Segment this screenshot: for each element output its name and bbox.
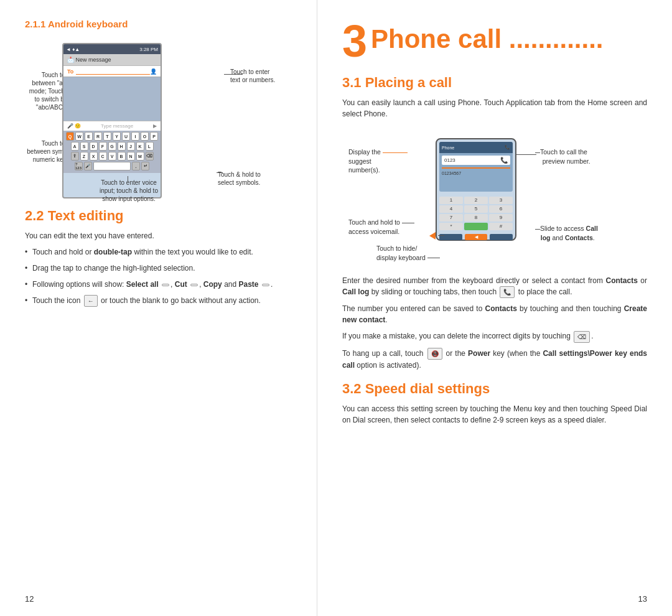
label-slide-access: Slide to access Call log and Contacts. (535, 224, 598, 242)
keyboard-area: Touch to switchbetween "abc/Abc"mode; To… (25, 37, 298, 198)
bullet-1: Touch and hold or double-tap within the … (25, 246, 298, 258)
key-call (464, 223, 488, 230)
key-b: B (118, 152, 126, 161)
line-touch-call (516, 154, 536, 155)
diagram-suggest-number: 01234567 (439, 170, 513, 177)
key-8: 8 (464, 214, 488, 222)
phone-body (63, 77, 161, 121)
cut-btn (190, 284, 198, 286)
select-all-btn (162, 284, 169, 286)
key-mic: 🎤 (84, 162, 92, 170)
diagram-suggest-line (442, 167, 510, 169)
key-j: J (127, 142, 135, 151)
text-editing-intro: You can edit the text you have entered. (25, 230, 298, 241)
key-t: T (103, 132, 111, 141)
key-w: W (75, 132, 83, 141)
placing-body4: To hang up a call, touch 📵 or the Power … (342, 348, 647, 371)
bullet-3: Following options will show: Select all … (25, 279, 298, 290)
text-editing-section: 2.2 Text editing You can edit the text y… (25, 208, 298, 307)
placing-body3: If you make a mistake, you can delete th… (342, 330, 647, 342)
chapter-title-row: 3 Phone call ............. (342, 19, 647, 63)
key-1: 1 (439, 197, 463, 204)
btn-keyboard (490, 234, 513, 240)
hangup-btn-inline: 📵 (427, 348, 442, 360)
key-6: 6 (489, 205, 513, 213)
page-number-right: 13 (638, 594, 647, 604)
phone-type-area: 🎤 🙂 Type message ▶ (63, 121, 161, 131)
key-g: G (108, 142, 116, 151)
key-u: U (122, 132, 130, 141)
key-star: * (439, 223, 463, 230)
bullet-4: Touch the icon ← or touch the blank to g… (25, 295, 298, 307)
key-enter: ↵ (141, 162, 149, 170)
key-r: R (94, 132, 102, 141)
key-l: L (146, 142, 154, 151)
placing-body1: Enter the desired number from the keyboa… (342, 275, 647, 298)
key-h: H (118, 142, 126, 151)
callout-enter-text: Touch to entertext or numbers. (230, 68, 275, 84)
key-n: N (127, 152, 135, 161)
phone-header: 📩 New message (63, 54, 161, 66)
key-v: V (108, 152, 116, 161)
phone-diagram: Phone 📞 0123 📞 01234567 1 2 3 4 5 6 7 8 (342, 126, 647, 269)
key-shift: ⇧ (71, 152, 79, 161)
key-e: E (85, 132, 93, 141)
key-o: O (141, 132, 149, 141)
speed-dial-body: You can access this setting screen by to… (342, 403, 647, 426)
key-4: 4 (439, 205, 463, 213)
page-left: 2.1.1 Android keyboard Touch to switchbe… (0, 0, 317, 616)
key-m: M (136, 152, 144, 161)
key-sym: ?123 (75, 162, 83, 170)
diagram-keypad: 1 2 3 4 5 6 7 8 9 * # (437, 194, 515, 233)
key-7: 7 (439, 214, 463, 222)
placing-body2: The number you entered can be saved to C… (342, 303, 647, 325)
keyboard-rows: Q W E R T Y U I O P A S D F G H (63, 131, 161, 173)
key-backspace: ⌫ (146, 152, 154, 161)
section-31-heading: 3.1 Placing a call (342, 75, 647, 91)
callout-voice-input: Touch to enter voiceinput; touch & hold … (100, 179, 158, 203)
orange-arrow-icon (429, 230, 444, 240)
key-i: I (131, 132, 139, 141)
key-s: S (80, 142, 88, 151)
key-9: 9 (489, 214, 513, 222)
back-icon-btn: ← (84, 295, 98, 307)
phone-to-field: To 👤 (63, 66, 161, 77)
paste-btn (262, 284, 269, 286)
label-touch-keyboard: Touch to hide/display keyboard (376, 244, 440, 262)
chapter-title: Phone call ............. (371, 25, 603, 54)
key-z: Z (80, 152, 88, 161)
diagram-phone-shape: Phone 📞 0123 📞 01234567 1 2 3 4 5 6 7 8 (436, 138, 516, 241)
phone-mockup: ◄ ♦▲ 3:28 PM 📩 New message To 👤 🎤 🙂 Type… (62, 43, 162, 198)
key-q: Q (66, 132, 74, 141)
key-period: . (132, 162, 140, 170)
label-display-suggest: Display the suggestnumber(s). (348, 147, 408, 175)
diagram-number-field: 0123 📞 (442, 156, 510, 165)
placing-intro: You can easily launch a call using Phone… (342, 97, 647, 119)
key-a: A (71, 142, 79, 151)
btn-contacts: ◀ (465, 234, 488, 240)
diagram-status-bar: Phone 📞 (439, 142, 513, 153)
key-f: F (99, 142, 107, 151)
diagram-screen: Phone 📞 0123 📞 01234567 (439, 142, 513, 192)
diagram-bottom-buttons: ◀ (437, 233, 515, 241)
key-d: D (90, 142, 98, 151)
key-2: 2 (464, 197, 488, 204)
speed-dial-section: 3.2 Speed dial settings You can access t… (342, 381, 647, 426)
section-32-heading: 3.2 Speed dial settings (342, 381, 647, 397)
key-p: P (150, 132, 158, 141)
page-number-left: 12 (25, 594, 34, 604)
section-211-heading: 2.1.1 Android keyboard (25, 19, 298, 29)
callout-hold-symbols: Touch & hold toselect symbols. (218, 170, 261, 187)
key-x: X (90, 152, 98, 161)
label-touch-call: Touch to call the preview number. (535, 147, 590, 166)
page-right: 3 Phone call ............. 3.1 Placing a… (317, 0, 672, 616)
section-22-heading: 2.2 Text editing (25, 208, 298, 224)
key-space (93, 162, 131, 170)
key-k: K (136, 142, 144, 151)
key-3: 3 (489, 197, 513, 204)
key-5: 5 (464, 205, 488, 213)
key-y: Y (113, 132, 121, 141)
key-c: C (99, 152, 107, 161)
delete-btn-inline: ⌫ (574, 331, 590, 343)
chapter-number: 3 (342, 19, 367, 63)
